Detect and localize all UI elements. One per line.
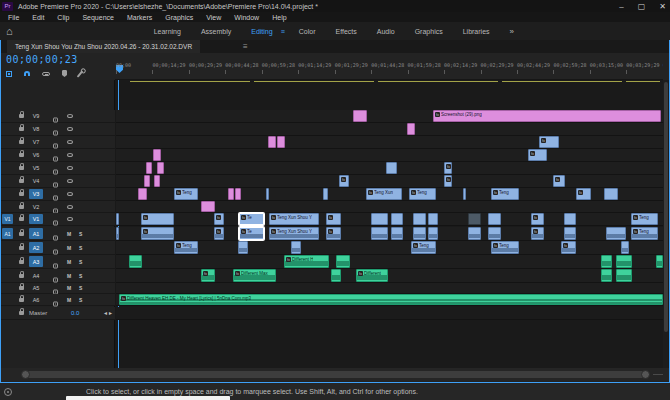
clip-teng[interactable]: fxTeng [409,188,436,200]
sync-lock-icon[interactable] [53,235,58,240]
clip[interactable] [138,188,147,200]
clip[interactable] [488,213,501,225]
fx-badge[interactable]: fx [555,177,560,182]
clip-teng[interactable]: fxTeng [491,188,519,200]
mute-button[interactable]: M [67,297,71,303]
menu-sequence[interactable]: Sequence [82,14,114,21]
tab-learning[interactable]: Learning [148,25,187,38]
tab-color[interactable]: Color [293,25,322,38]
clip-teng[interactable]: fxTeng [631,213,658,225]
clip[interactable] [116,227,119,240]
close-button[interactable]: ✕ [659,2,666,11]
clip[interactable] [564,213,576,225]
menu-clip[interactable]: Clip [57,14,69,21]
sync-lock-icon[interactable] [53,144,58,149]
clip[interactable]: fx [444,175,452,187]
fx-badge[interactable]: fx [368,190,373,195]
track-lane-V8[interactable] [116,123,663,136]
track-lane-A4[interactable]: fxfxDifferent MaxfxDifferent [116,269,663,283]
clip[interactable]: fx [214,213,224,225]
clip-teng[interactable]: fxTeng [174,241,198,254]
menu-help[interactable]: Help [272,14,286,21]
clip[interactable]: fx [326,227,341,240]
fx-badge[interactable]: fx [341,177,346,182]
clip[interactable] [154,175,160,187]
lock-icon[interactable] [19,140,24,144]
clip[interactable] [228,188,234,200]
time-ruler[interactable]: 00;0000;00;14;2900;00;29;2900;00;44;2800… [115,53,663,80]
clip[interactable] [391,213,403,225]
track-lane-V2[interactable] [116,201,663,213]
fx-badge[interactable]: fx [235,271,240,276]
mute-button[interactable]: M [67,259,71,265]
clip[interactable] [407,123,415,135]
clip[interactable] [616,269,632,282]
solo-button[interactable]: S [79,259,82,265]
clip-screenshot-29-png[interactable]: fxScreenshot (29).png [433,110,661,122]
clip[interactable]: fx [141,213,174,225]
toggle-output-eye-icon[interactable] [67,153,73,157]
track-name-V8[interactable]: V8 [29,124,43,134]
track-name-A4[interactable]: A4 [29,270,43,281]
track-lane-V4[interactable]: fxfxfx [116,175,663,188]
fx-badge[interactable]: fx [563,243,568,248]
clip-teng[interactable]: fxTeng [631,227,658,240]
clip[interactable] [353,110,367,122]
linked-selection-icon[interactable] [42,72,50,76]
track-lanes[interactable]: fxScreenshot (29).pngfxfxfxfxfxfxfxTengf… [116,80,663,368]
clip[interactable] [331,269,341,282]
lock-icon[interactable] [19,260,24,264]
clip[interactable] [153,149,161,161]
fx-badge[interactable]: fx [216,215,221,220]
lock-icon[interactable] [19,114,24,118]
mute-button[interactable]: M [67,285,71,291]
clip[interactable] [235,188,241,200]
clip[interactable] [413,213,426,225]
sync-lock-icon[interactable] [53,263,58,268]
clip[interactable] [323,188,328,200]
track-name-V1[interactable]: V1 [29,214,43,224]
fx-badge[interactable]: fx [633,215,638,220]
fx-badge[interactable]: fx [176,243,181,248]
toggle-output-eye-icon[interactable] [67,140,73,144]
fx-badge[interactable]: fx [493,243,498,248]
toggle-output-eye-icon[interactable] [67,192,73,196]
track-name-A2[interactable]: A2 [29,242,43,253]
home-icon[interactable]: ⌂ [6,25,13,37]
track-name-A1[interactable]: A1 [29,228,43,239]
track-lane-V6[interactable]: fx [116,149,663,162]
clip[interactable] [129,255,142,268]
clip-different[interactable]: fxDifferent [356,269,388,282]
fx-badge[interactable]: fx [121,296,126,301]
clip[interactable]: fx [561,241,576,254]
fx-badge[interactable]: fx [533,215,538,220]
toggle-output-eye-icon[interactable] [67,217,73,221]
track-name-V7[interactable]: V7 [29,137,43,147]
clip-te[interactable]: fxTe [239,227,264,240]
clip[interactable] [413,227,426,240]
lock-icon[interactable] [19,153,24,157]
lock-icon[interactable] [19,311,24,315]
clip[interactable]: fx [339,175,349,187]
lock-icon[interactable] [19,205,24,209]
mute-button[interactable]: M [67,231,71,237]
clip[interactable] [616,255,632,268]
fx-badge[interactable]: fx [530,151,535,156]
workspace-overflow-chevron[interactable]: » [510,27,514,36]
track-name-V3[interactable]: V3 [29,189,43,199]
clip-te[interactable]: fxTe [239,213,264,225]
horizontal-scrollbar[interactable] [1,368,669,381]
tab-libraries[interactable]: Libraries [457,25,496,38]
toggle-output-eye-icon[interactable] [67,205,73,209]
fx-badge[interactable]: fx [241,215,246,220]
track-lane-A3[interactable]: fxDifferent H [116,255,663,269]
tab-audio[interactable]: Audio [371,25,401,38]
track-lane-V7[interactable]: fx [116,136,663,149]
lock-icon[interactable] [19,286,24,290]
clip[interactable]: fx [531,227,544,240]
clip[interactable] [277,136,285,148]
clip[interactable] [157,162,164,174]
fx-badge[interactable]: fx [541,138,546,143]
fx-badge[interactable]: fx [435,112,440,117]
clip[interactable] [656,255,663,268]
